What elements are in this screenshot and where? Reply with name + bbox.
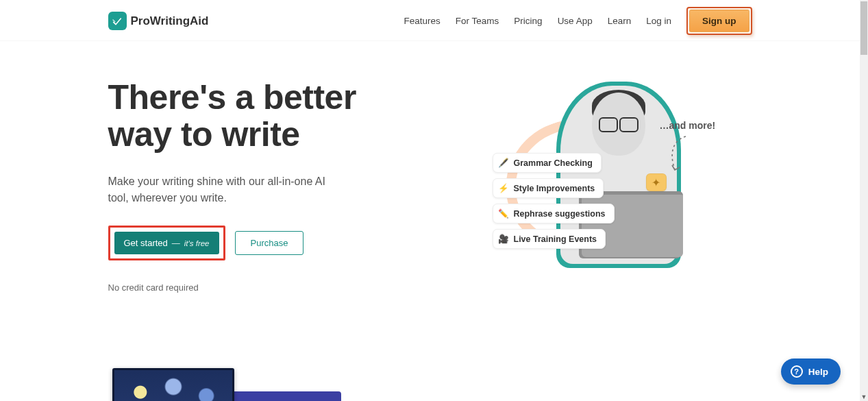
help-label: Help [808, 367, 828, 377]
feature-pill-rephrase: ✏️ Rephrase suggestions [493, 204, 615, 223]
signup-button[interactable]: Sign up [689, 10, 749, 32]
brand[interactable]: ProWritingAid [108, 12, 209, 30]
purchase-button[interactable]: Purchase [235, 231, 304, 255]
bolt-icon: ⚡ [499, 183, 508, 193]
art-starry-night-canvas [112, 368, 234, 401]
feature-pill-grammar: 🖋️ Grammar Checking [493, 153, 602, 173]
cta-row: Get started — it's free Purchase [108, 226, 420, 260]
get-started-highlight-callout: Get started — it's free [108, 226, 225, 260]
nav-use-app[interactable]: Use App [558, 16, 593, 26]
brand-logo-icon [108, 12, 127, 30]
pen-icon: 🖋️ [499, 158, 508, 168]
page-scroll[interactable]: ProWritingAid Features For Teams Pricing… [0, 0, 860, 401]
signup-highlight-callout: Sign up [686, 7, 752, 35]
help-widget-button[interactable]: ? Help [781, 359, 841, 385]
feature-pill-training: 🎥 Live Training Events [493, 229, 606, 249]
get-started-button[interactable]: Get started — it's free [114, 232, 219, 254]
site-header: ProWritingAid Features For Teams Pricing… [0, 0, 860, 41]
brand-name: ProWritingAid [131, 14, 209, 28]
nav-log-in[interactable]: Log in [646, 16, 671, 26]
get-started-dash: — [172, 239, 180, 248]
nav-features[interactable]: Features [404, 16, 441, 26]
get-started-free-note: it's free [184, 239, 210, 247]
feature-pill-list: 🖋️ Grammar Checking ⚡ Style Improvements… [493, 153, 615, 249]
and-more-label: …and more! [660, 120, 716, 131]
hero-subtitle: Make your writing shine with our all-in-… [108, 173, 334, 206]
feature-pill-style: ⚡ Style Improvements [493, 178, 604, 198]
scrollbar-thumb[interactable] [860, 1, 867, 55]
art-amateur-canvas [232, 391, 341, 401]
hero-illustration: ✦ …and more! 🖋️ Grammar Checking ⚡ [441, 79, 752, 293]
hero-title: There's a better way to write [108, 79, 420, 153]
starry-night-art [108, 368, 355, 401]
sparkle-icon: ✦ [646, 173, 667, 191]
hero-copy: There's a better way to write Make your … [108, 79, 420, 293]
nav-pricing[interactable]: Pricing [514, 16, 542, 26]
nav-learn[interactable]: Learn [608, 16, 632, 26]
section-writing-lets-you-down: Do you feel like your writing lets you d… [88, 368, 773, 401]
pencil-icon: ✏️ [499, 208, 508, 219]
and-more-arrow-icon [665, 134, 693, 175]
feature-pill-label: Style Improvements [514, 184, 595, 193]
scroll-down-arrow-icon[interactable]: ▼ [860, 393, 868, 401]
help-icon: ? [791, 365, 803, 378]
hero-section: There's a better way to write Make your … [88, 41, 773, 293]
vertical-scrollbar[interactable]: ▲ ▼ [860, 0, 868, 401]
feature-pill-label: Grammar Checking [514, 158, 593, 168]
camera-icon: 🎥 [499, 234, 508, 244]
nav-for-teams[interactable]: For Teams [456, 16, 499, 26]
feature-pill-label: Rephrase suggestions [514, 209, 606, 219]
feature-pill-label: Live Training Events [514, 234, 597, 244]
get-started-label: Get started [124, 238, 168, 248]
top-nav: Features For Teams Pricing Use App Learn… [404, 7, 752, 35]
cta-footnote: No credit card required [108, 282, 420, 293]
